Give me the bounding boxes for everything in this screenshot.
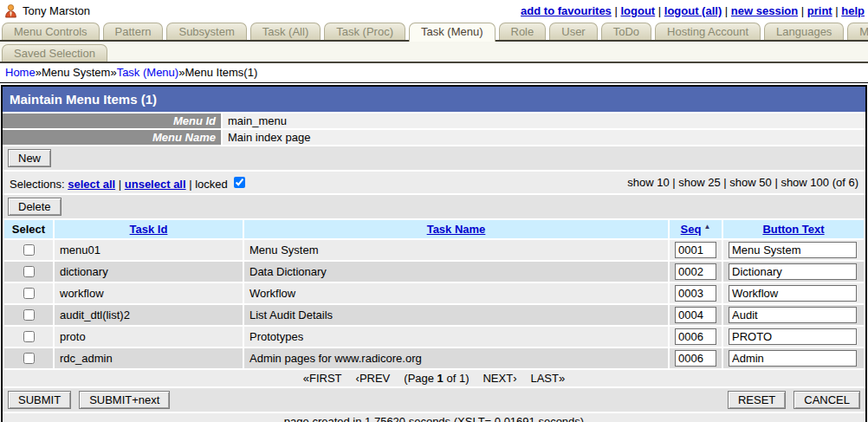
- new-button[interactable]: New: [8, 149, 51, 167]
- tab-user[interactable]: User: [549, 23, 597, 40]
- cancel-button[interactable]: CANCEL: [794, 391, 860, 409]
- tab-saved-selection[interactable]: Saved Selection: [2, 44, 107, 62]
- selections-label: Selections:: [10, 178, 65, 191]
- show-options: show 10 | show 25 | show 50 | show 100 (…: [627, 176, 858, 189]
- tab-todo[interactable]: ToDo: [601, 23, 651, 40]
- button-text-input[interactable]: [729, 328, 857, 345]
- row-select-cell: [4, 305, 53, 325]
- prev-page-link[interactable]: ‹PREV: [356, 372, 391, 385]
- sort-task-id-link[interactable]: Task Id: [130, 223, 168, 236]
- column-header-task-name: Task Name: [244, 220, 668, 238]
- selections-left: Selections: select all | unselect all | …: [10, 174, 248, 191]
- seq-input[interactable]: [675, 263, 716, 280]
- row-checkbox[interactable]: [23, 288, 35, 299]
- select-all-link[interactable]: select all: [68, 178, 115, 191]
- tab-hosting-account[interactable]: Hosting Account: [655, 23, 761, 40]
- locked-checkbox[interactable]: [234, 177, 245, 188]
- button-text-cell: [723, 283, 864, 303]
- tab-languages[interactable]: Languages: [764, 23, 844, 40]
- task-name-cell: Workflow: [244, 283, 668, 303]
- row-checkbox[interactable]: [23, 266, 35, 277]
- tab-task-proc[interactable]: Task (Proc): [324, 23, 405, 40]
- separator: |: [670, 176, 679, 189]
- form-area: Menu Idmain_menuMenu NameMain index page: [3, 114, 865, 145]
- field-value-menu-id: main_menu: [223, 114, 865, 128]
- show-total: (of 6): [829, 176, 858, 189]
- seq-input[interactable]: [675, 285, 716, 302]
- table-row: workflowWorkflow: [4, 283, 864, 303]
- breadcrumb-menu-items-1: Menu Items(1): [185, 66, 257, 79]
- tab-menu-controls[interactable]: Menu Controls: [2, 23, 100, 40]
- submit-next-button[interactable]: SUBMIT+next: [79, 391, 170, 409]
- form-row: Menu Idmain_menu: [3, 114, 865, 128]
- sort-task-name-link[interactable]: Task Name: [427, 223, 486, 236]
- top-link-add-to-favourites[interactable]: add to favourites: [521, 4, 612, 17]
- task-name-cell: Menu System: [244, 240, 668, 260]
- button-text-cell: [723, 240, 864, 260]
- button-text-input[interactable]: [729, 307, 857, 323]
- seq-input[interactable]: [675, 328, 716, 345]
- top-link-new-session[interactable]: new session: [731, 4, 798, 17]
- seq-cell: [670, 327, 722, 347]
- user-info: Tony Marston: [3, 3, 90, 18]
- row-select-cell: [4, 348, 53, 368]
- top-link-print[interactable]: print: [807, 4, 832, 17]
- next-page-link[interactable]: NEXT›: [483, 372, 516, 385]
- tab-subsystem[interactable]: Subsystem: [166, 23, 246, 40]
- column-header-task-id: Task Id: [55, 220, 243, 238]
- breadcrumb-task-menu[interactable]: Task (Menu): [117, 66, 179, 79]
- tab-task-menu[interactable]: Task (Menu): [409, 23, 496, 42]
- bottom-button-row: SUBMIT SUBMIT+next RESET CANCEL: [3, 388, 865, 412]
- row-checkbox[interactable]: [23, 331, 35, 342]
- table-body: menu01Menu SystemdictionaryData Dictiona…: [4, 240, 864, 368]
- content-box: Maintain Menu Items (1) Menu Idmain_menu…: [1, 85, 867, 422]
- breadcrumb-home[interactable]: Home: [5, 66, 36, 79]
- separator: |: [772, 176, 781, 189]
- show-option-show-100[interactable]: show 100: [781, 176, 829, 189]
- seq-input[interactable]: [675, 350, 716, 367]
- page: Tony Marston add to favourites | logout …: [0, 0, 868, 422]
- task-name-cell: Admin pages for www.radicore.org: [244, 348, 668, 368]
- show-option-show-50[interactable]: show 50: [729, 176, 771, 189]
- delete-button[interactable]: Delete: [8, 198, 62, 216]
- first-page-link[interactable]: «FIRST: [303, 372, 342, 385]
- row-checkbox[interactable]: [23, 353, 35, 364]
- top-link-help[interactable]: help: [841, 4, 865, 17]
- selections-row: Selections: select all | unselect all | …: [3, 172, 865, 193]
- button-text-input[interactable]: [729, 242, 857, 258]
- button-text-input[interactable]: [729, 350, 857, 367]
- tab-task-all[interactable]: Task (All): [250, 23, 321, 40]
- button-text-input[interactable]: [729, 263, 857, 280]
- tab-bar: Menu ControlsPatternSubsystemTask (All)T…: [0, 20, 868, 42]
- top-link-logout-all[interactable]: logout (all): [664, 4, 722, 17]
- sort-button-text-link[interactable]: Button Text: [762, 223, 824, 236]
- field-value-menu-name: Main index page: [223, 130, 865, 145]
- last-page-link[interactable]: LAST»: [530, 372, 565, 385]
- seq-cell: [670, 348, 722, 368]
- seq-cell: [670, 240, 722, 260]
- column-header-button-text: Button Text: [723, 220, 864, 238]
- row-checkbox[interactable]: [23, 309, 35, 321]
- top-bar: Tony Marston add to favourites | logout …: [0, 0, 868, 20]
- tab-motd[interactable]: MOTD: [847, 23, 868, 40]
- seq-input[interactable]: [675, 307, 716, 323]
- task-name-cell: Prototypes: [244, 327, 668, 347]
- row-select-cell: [4, 240, 53, 260]
- top-link-logout[interactable]: logout: [620, 4, 655, 17]
- submit-button[interactable]: SUBMIT: [8, 391, 71, 409]
- seq-cell: [670, 283, 722, 303]
- show-option-show-10[interactable]: show 10: [627, 176, 669, 189]
- row-select-cell: [4, 327, 53, 347]
- sort-seq-link[interactable]: Seq: [681, 223, 702, 236]
- reset-button[interactable]: RESET: [728, 391, 786, 409]
- table-row: menu01Menu System: [4, 240, 864, 260]
- unselect-all-link[interactable]: unselect all: [125, 178, 186, 191]
- show-option-show-25[interactable]: show 25: [678, 176, 720, 189]
- seq-input[interactable]: [675, 242, 716, 258]
- tab-pattern[interactable]: Pattern: [103, 23, 164, 40]
- button-text-input[interactable]: [729, 285, 857, 302]
- tab-role[interactable]: Role: [499, 23, 547, 40]
- row-checkbox[interactable]: [23, 244, 35, 256]
- task-id-cell: workflow: [55, 283, 243, 303]
- table-row: dictionaryData Dictionary: [4, 262, 864, 282]
